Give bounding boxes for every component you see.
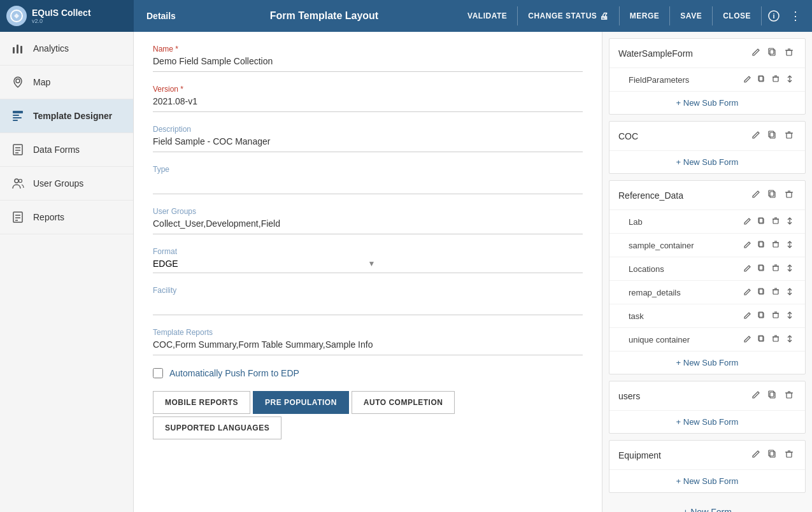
user-groups-field: User Groups Collect_User,Development,Fie… [153, 207, 583, 234]
svg-rect-5 [20, 46, 22, 53]
svg-rect-32 [769, 131, 774, 137]
copy-locations-button[interactable] [755, 262, 768, 275]
sidebar-item-template-designer[interactable]: Template Designer [0, 99, 133, 133]
delete-sample-container-button[interactable] [769, 239, 782, 252]
svg-rect-77 [787, 393, 792, 398]
close-button[interactable]: CLOSE [715, 8, 759, 24]
new-form-button[interactable]: + New Form [609, 499, 806, 512]
copy-lab-button[interactable] [755, 215, 768, 228]
delete-task-button[interactable] [769, 309, 782, 322]
copy-reference-data-button[interactable] [766, 188, 780, 202]
sub-item-sample-container: sample_container [609, 233, 805, 257]
auto-completion-button[interactable]: AUTO COMPLETION [352, 391, 455, 414]
svg-rect-48 [773, 243, 778, 247]
auto-push-checkbox[interactable] [153, 368, 163, 378]
move-locations-button[interactable] [783, 262, 796, 275]
form-group-title-users: users [618, 391, 744, 401]
svg-point-6 [16, 79, 20, 83]
data-forms-icon [10, 142, 25, 157]
topnav-actions: VALIDATE CHANGE STATUS 🖨 MERGE SAVE CLOS… [460, 5, 812, 27]
copy-task-button[interactable] [755, 309, 768, 322]
edit-users-button[interactable] [749, 389, 763, 402]
top-navigation: EQuIS Collect v2.0 Details Form Template… [0, 0, 812, 32]
sidebar-item-user-groups[interactable]: User Groups [0, 167, 133, 201]
copy-water-sample-form-button[interactable] [766, 46, 780, 60]
delete-remap-details-button[interactable] [769, 286, 782, 299]
change-status-button[interactable]: CHANGE STATUS 🖨 [520, 7, 616, 25]
format-field: Format EDGE ▼ [153, 247, 583, 273]
info-button[interactable]: i [764, 6, 783, 25]
edit-water-sample-form-button[interactable] [749, 46, 763, 60]
edit-unique-container-button[interactable] [741, 333, 754, 346]
edit-locations-button[interactable] [741, 262, 754, 275]
edit-coc-button[interactable] [749, 129, 763, 143]
move-unique-container-button[interactable] [783, 333, 796, 346]
edit-remap-details-button[interactable] [741, 286, 754, 299]
copy-sample-container-button[interactable] [755, 239, 768, 252]
sub-item-remap-details: remap_details [609, 280, 805, 304]
pre-population-button[interactable]: PRE POPULATION [253, 391, 349, 414]
delete-coc-button[interactable] [782, 129, 796, 143]
delete-reference-data-button[interactable] [782, 188, 796, 202]
name-value: Demo Field Sample Collection [153, 56, 583, 72]
description-label: Description [153, 125, 583, 134]
delete-field-parameters-button[interactable] [769, 73, 782, 86]
move-task-button[interactable] [783, 309, 796, 322]
sidebar-item-data-forms[interactable]: Data Forms [0, 133, 133, 167]
copy-remap-details-button[interactable] [755, 286, 768, 299]
divider [669, 6, 670, 25]
move-sample-container-button[interactable] [783, 239, 796, 252]
svg-point-16 [19, 180, 22, 183]
sidebar-reports-label: Reports [33, 212, 64, 222]
template-reports-value: COC,Form Summary,Form Table Summary,Samp… [153, 339, 583, 355]
edit-lab-button[interactable] [741, 215, 754, 228]
delete-unique-container-button[interactable] [769, 333, 782, 346]
form-group-header-water-sample-form: WaterSampleForm [609, 39, 805, 68]
svg-rect-42 [773, 219, 778, 224]
svg-text:i: i [773, 12, 774, 20]
new-sub-form-equipment[interactable]: + New Sub Form [609, 469, 805, 492]
form-group-users: users+ New Sub Form [609, 381, 806, 434]
new-sub-form-water-sample-form[interactable]: + New Sub Form [609, 91, 805, 114]
format-select-row[interactable]: EDGE ▼ [153, 259, 583, 273]
edit-reference-data-button[interactable] [749, 188, 763, 202]
new-sub-form-users[interactable]: + New Sub Form [609, 410, 805, 433]
copy-equipment-button[interactable] [766, 448, 780, 462]
reports-icon [10, 210, 25, 225]
supported-languages-button[interactable]: SUPPORTED LANGUAGES [153, 416, 281, 439]
brand-logo[interactable]: EQuIS Collect v2.0 [0, 0, 134, 32]
sidebar-item-analytics[interactable]: Analytics [0, 32, 133, 66]
new-sub-form-coc[interactable]: + New Sub Form [609, 150, 805, 173]
more-options-button[interactable]: ⋮ [786, 5, 806, 27]
new-sub-form-reference-data[interactable]: + New Sub Form [609, 351, 805, 374]
move-field-parameters-button[interactable] [783, 73, 796, 86]
edit-task-button[interactable] [741, 309, 754, 322]
sidebar-item-reports[interactable]: Reports [0, 201, 133, 234]
delete-locations-button[interactable] [769, 262, 782, 275]
divider [517, 6, 518, 25]
delete-users-button[interactable] [782, 389, 796, 402]
validate-button[interactable]: VALIDATE [460, 8, 515, 24]
user-groups-icon [10, 176, 25, 191]
edit-equipment-button[interactable] [749, 448, 763, 462]
edit-sample-container-button[interactable] [741, 239, 754, 252]
delete-equipment-button[interactable] [782, 448, 796, 462]
type-field: Type [153, 165, 583, 194]
copy-users-button[interactable] [766, 389, 780, 402]
merge-button[interactable]: MERGE [622, 8, 667, 24]
move-lab-button[interactable] [783, 215, 796, 228]
delete-lab-button[interactable] [769, 215, 782, 228]
sidebar-item-map[interactable]: Map [0, 66, 133, 99]
svg-point-15 [15, 179, 18, 183]
form-group-water-sample-form: WaterSampleFormFieldParameters+ New Sub … [609, 38, 806, 115]
mobile-reports-button[interactable]: MOBILE REPORTS [153, 391, 250, 414]
format-value: EDGE [153, 259, 368, 269]
copy-unique-container-button[interactable] [755, 333, 768, 346]
copy-coc-button[interactable] [766, 129, 780, 143]
edit-field-parameters-button[interactable] [741, 73, 754, 86]
save-button[interactable]: SAVE [673, 8, 709, 24]
move-remap-details-button[interactable] [783, 286, 796, 299]
svg-rect-10 [13, 120, 18, 121]
delete-water-sample-form-button[interactable] [782, 46, 796, 60]
copy-field-parameters-button[interactable] [755, 73, 768, 86]
